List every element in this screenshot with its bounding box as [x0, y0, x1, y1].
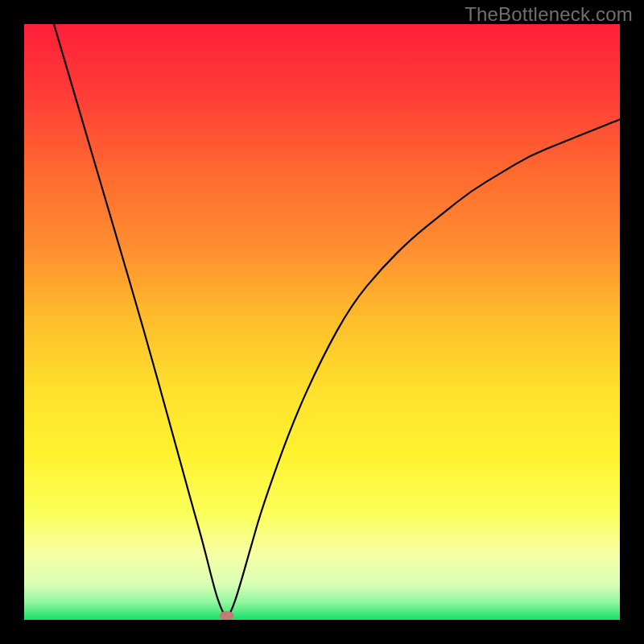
watermark-text: TheBottleneck.com — [464, 3, 633, 26]
chart-svg — [24, 24, 620, 620]
gradient-background — [24, 24, 620, 620]
plot-area — [24, 24, 620, 620]
chart-frame: TheBottleneck.com — [0, 0, 644, 644]
